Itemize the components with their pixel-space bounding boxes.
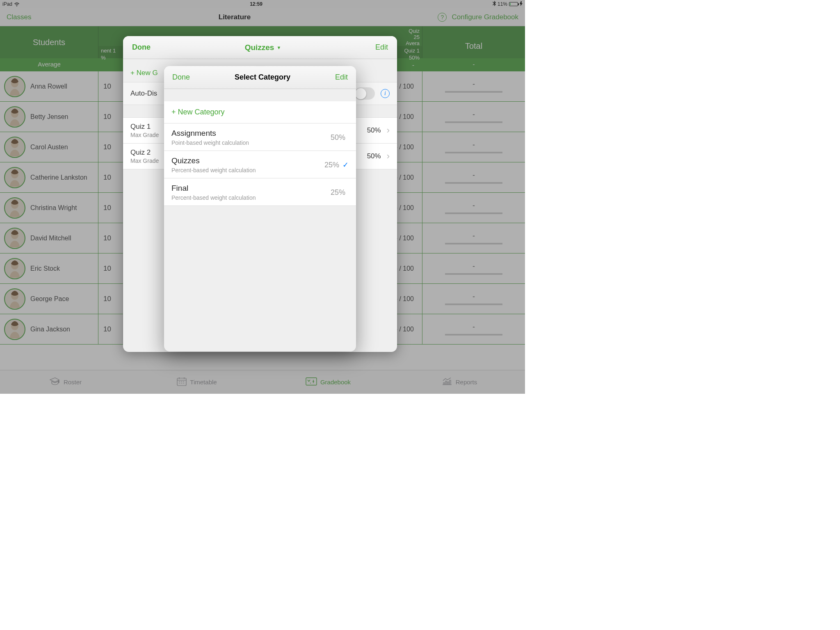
max-grade-label: Max Grade	[130, 132, 159, 138]
category-pct: 25%	[324, 161, 339, 169]
category-desc: Point-based weight calculation	[171, 139, 331, 146]
edit-button[interactable]: Edit	[335, 73, 348, 82]
caret-down-icon: ▼	[276, 45, 281, 50]
edit-button[interactable]: Edit	[375, 43, 388, 52]
done-button[interactable]: Done	[172, 73, 190, 82]
category-row[interactable]: QuizzesPercent-based weight calculation2…	[164, 151, 356, 178]
category-desc: Percent-based weight calculation	[171, 167, 324, 173]
quiz2-name: Quiz 2	[130, 148, 159, 157]
new-category-button[interactable]: + New Category	[164, 101, 356, 123]
auto-distribute-label: Auto-Dis	[130, 89, 157, 98]
quiz1-weight: 50%	[367, 126, 381, 135]
max-grade-label: Max Grade	[130, 158, 159, 164]
info-icon[interactable]: i	[381, 89, 390, 98]
select-category-title: Select Category	[235, 73, 290, 82]
select-category-popover: Done Select Category Edit + New Category…	[164, 66, 356, 352]
category-name: Assignments	[171, 129, 331, 138]
category-name: Quizzes	[171, 156, 324, 165]
category-dropdown[interactable]: Quizzes▼	[245, 43, 281, 52]
quiz1-name: Quiz 1	[130, 123, 159, 131]
category-row[interactable]: AssignmentsPoint-based weight calculatio…	[164, 123, 356, 151]
category-pct: 50%	[331, 133, 345, 142]
quiz2-weight: 50%	[367, 152, 381, 160]
done-button[interactable]: Done	[132, 43, 151, 52]
auto-distribute-toggle[interactable]	[354, 87, 375, 100]
chevron-right-icon: ›	[387, 125, 390, 136]
category-row[interactable]: FinalPercent-based weight calculation25%	[164, 178, 356, 206]
category-desc: Percent-based weight calculation	[171, 194, 331, 201]
category-name: Final	[171, 184, 331, 193]
chevron-right-icon: ›	[387, 151, 390, 162]
category-pct: 25%	[331, 188, 345, 197]
checkmark-icon: ✓	[342, 160, 349, 169]
